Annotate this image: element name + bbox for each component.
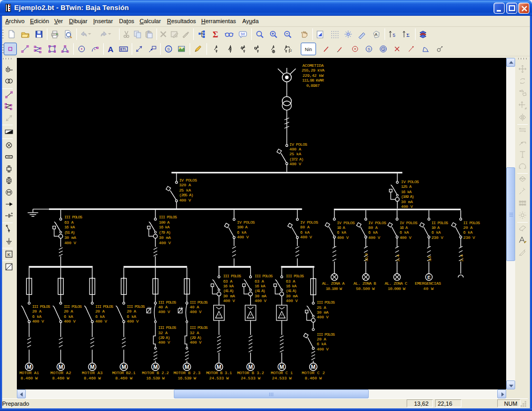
svg-text:IV POLOS: IV POLOS (401, 179, 419, 184)
svg-text:32 A: 32 A (158, 330, 168, 335)
svg-text:MOTOR A3: MOTOR A3 (82, 370, 103, 375)
svg-text:(41 A): (41 A) (223, 288, 234, 293)
svg-text:IV POLOS: IV POLOS (368, 220, 386, 225)
svg-text:IV POLOS: IV POLOS (237, 220, 255, 225)
svg-text:400 V: 400 V (159, 240, 171, 245)
svg-text:2: 2 (290, 49, 292, 52)
svg-text:6 kA: 6 kA (463, 230, 472, 235)
svg-text:IV POLOS: IV POLOS (337, 220, 354, 225)
svg-text:400 V: 400 V (289, 162, 301, 166)
svg-text:30 mA: 30 mA (286, 294, 298, 298)
svg-text:80 A: 80 A (368, 225, 378, 230)
svg-text:24.533 W: 24.533 W (209, 376, 229, 380)
svg-text:400 V: 400 V (300, 235, 312, 239)
svg-text:6 kA: 6 kA (95, 314, 105, 319)
svg-text:6 kA: 6 kA (368, 230, 378, 235)
svg-text:50.500 W: 50.500 W (356, 286, 375, 291)
svg-text:(41 A): (41 A) (254, 288, 265, 293)
svg-text:30 mA: 30 mA (317, 310, 329, 315)
svg-text:100 A: 100 A (237, 225, 248, 229)
svg-text:30 mA: 30 mA (254, 294, 267, 298)
svg-text:AL. ZONA A: AL. ZONA A (322, 281, 344, 286)
svg-text:400 V: 400 V (399, 235, 411, 240)
svg-text:E: E (427, 275, 430, 280)
svg-text:230 V: 230 V (463, 235, 475, 240)
svg-text:30 mA: 30 mA (401, 199, 413, 204)
svg-text:MOTOR B 2.2: MOTOR B 2.2 (142, 370, 169, 375)
svg-text:II POLOS: II POLOS (431, 220, 448, 225)
svg-text:30 mA: 30 mA (64, 235, 76, 240)
svg-text:25 A: 25 A (317, 305, 326, 310)
svg-text:16 kA: 16 kA (254, 284, 265, 288)
svg-text:16 kA: 16 kA (223, 284, 234, 288)
svg-text:16 kA: 16 kA (64, 225, 75, 229)
svg-text:400 V: 400 V (317, 347, 329, 352)
svg-text:6 kA: 6 kA (399, 230, 409, 235)
svg-text:M: M (184, 364, 189, 370)
svg-text:320 A: 320 A (179, 183, 191, 187)
svg-text:63 A: 63 A (223, 279, 232, 284)
svg-text:400 V: 400 V (190, 340, 202, 345)
svg-text:400 V: 400 V (95, 319, 107, 324)
svg-text:M: M (90, 364, 95, 370)
svg-text:230 V: 230 V (431, 235, 444, 240)
svg-text:III POLOS: III POLOS (64, 215, 83, 219)
svg-text:8.460 W: 8.460 W (21, 376, 38, 380)
svg-text:6 kA: 6 kA (32, 314, 42, 319)
svg-text:40 W: 40 W (423, 286, 434, 291)
svg-text:8.460 W: 8.460 W (115, 376, 133, 380)
svg-text:125 A: 125 A (401, 184, 412, 189)
svg-text:24.533 W: 24.533 W (241, 376, 260, 380)
svg-text:MOTOR B 2.3: MOTOR B 2.3 (173, 370, 200, 375)
svg-text:III POLOS: III POLOS (317, 300, 335, 305)
svg-text:25 kA: 25 kA (289, 152, 301, 156)
svg-text:A: A (375, 32, 378, 37)
svg-text:16 kA: 16 kA (401, 189, 412, 194)
svg-text:III POLOS: III POLOS (158, 325, 176, 330)
svg-text:30 mA: 30 mA (159, 235, 171, 240)
svg-text:8.460 W: 8.460 W (84, 376, 101, 380)
svg-text:6 kA: 6 kA (127, 314, 136, 319)
svg-text:Σ: Σ (213, 30, 218, 39)
svg-text:ETI.: ETI. (121, 47, 127, 51)
svg-text:(265 A): (265 A) (179, 193, 193, 197)
svg-text:III POLOS: III POLOS (158, 300, 176, 305)
svg-text:(29 A): (29 A) (190, 335, 202, 340)
svg-text:Nin: Nin (305, 47, 312, 52)
svg-text:20 A: 20 A (32, 309, 42, 314)
svg-text:25 kA: 25 kA (179, 188, 191, 193)
svg-text:MOTOR A2: MOTOR A2 (51, 370, 72, 375)
svg-text:400 A: 400 A (289, 147, 301, 152)
svg-text:1,5: 1,5 (428, 256, 432, 262)
svg-text:III POLOS: III POLOS (317, 332, 335, 337)
svg-text:M: M (248, 364, 253, 370)
svg-text:S: S (382, 47, 385, 51)
svg-text:IV POLOS: IV POLOS (300, 220, 318, 225)
svg-text:20 A: 20 A (95, 309, 105, 314)
svg-text:229,42 kW: 229,42 kW (302, 73, 323, 78)
svg-text:M: M (280, 364, 284, 370)
svg-text:400 V: 400 V (179, 198, 191, 203)
svg-text:6 kA: 6 kA (317, 342, 326, 346)
svg-text:A: A (108, 45, 114, 54)
svg-text:63 A: 63 A (64, 220, 74, 225)
svg-text:EMERGENCIAS: EMERGENCIAS (415, 281, 441, 286)
svg-text:16.539 W: 16.539 W (146, 376, 165, 380)
svg-text:16,0: 16,0 (364, 253, 369, 262)
svg-text:III POLOS: III POLOS (159, 215, 178, 219)
svg-text:10.100 W: 10.100 W (326, 286, 342, 291)
svg-text:III POLOS: III POLOS (127, 304, 145, 309)
svg-text:M: M (27, 364, 32, 370)
svg-text:MOTOR A1: MOTOR A1 (19, 370, 39, 375)
svg-text:40 A: 40 A (190, 305, 199, 309)
svg-text:(109 A): (109 A) (401, 194, 414, 199)
svg-text:63 A: 63 A (286, 279, 295, 284)
svg-text:20 A: 20 A (317, 337, 326, 342)
svg-text:IV POLOS: IV POLOS (179, 178, 197, 183)
svg-text:S: S (368, 47, 370, 52)
svg-text:III POLOS: III POLOS (190, 325, 208, 330)
svg-text:III POLOS: III POLOS (64, 304, 82, 309)
svg-text:30 mA: 30 mA (223, 294, 235, 298)
svg-text:400 V: 400 V (337, 235, 349, 240)
svg-text:100 A: 100 A (159, 220, 170, 225)
